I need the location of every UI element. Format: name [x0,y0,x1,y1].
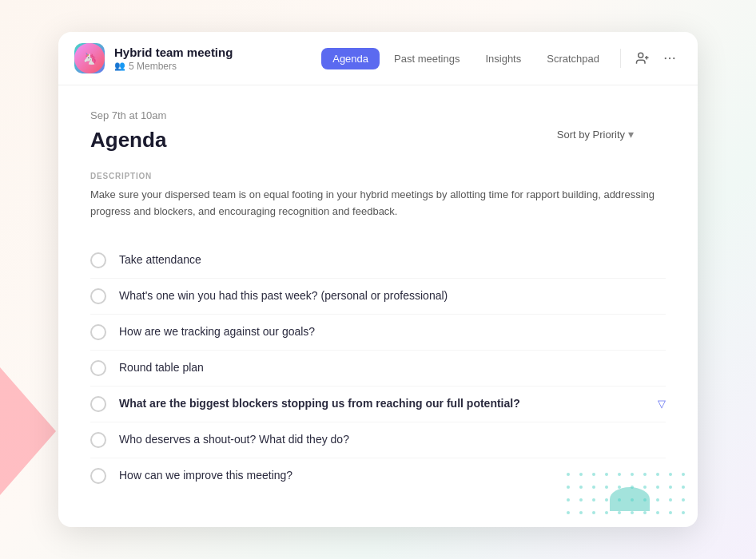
meeting-members: 👥 5 Members [114,61,321,72]
expand-icon: ▽ [658,398,666,410]
bg-triangle-decoration [0,367,56,495]
item-checkbox-6[interactable] [90,432,106,448]
description-section: DESCRIPTION Make sure your dispersed tea… [90,172,666,220]
sort-control[interactable]: Sort by Priority ▾ [557,128,634,141]
more-options-button[interactable] [658,46,682,70]
add-member-button[interactable] [631,46,655,70]
item-text-4: Round table plan [119,360,204,376]
tab-past-meetings[interactable]: Past meetings [383,48,471,69]
meeting-info: Hybrid team meeting 👥 5 Members [114,46,321,72]
meeting-title: Hybrid team meeting [114,46,321,59]
tab-scratchpad[interactable]: Scratchpad [535,48,611,69]
tab-agenda[interactable]: Agenda [321,48,380,69]
agenda-item-2[interactable]: What's one win you had this past week? (… [90,279,666,315]
svg-point-3 [665,57,666,59]
description-text: Make sure your dispersed team is on equa… [90,187,666,220]
agenda-item-7[interactable]: How can we improve this meeting? [90,458,666,494]
app-icon: 🦄 [74,43,105,73]
item-checkbox-7[interactable] [90,468,106,484]
card-header: 🦄 Hybrid team meeting 👥 5 Members Agenda… [58,32,698,85]
sort-chevron-icon: ▾ [628,128,634,141]
card-content: Sep 7th at 10am Agenda Sort by Priority … [58,85,698,525]
app-icon-face: 🦄 [74,43,105,73]
header-nav: Agenda Past meetings Insights Scratchpad [321,46,682,70]
sort-label: Sort by Priority [557,129,625,141]
item-checkbox-4[interactable] [90,360,106,376]
item-text-3: How are we tracking against our goals? [119,324,315,340]
agenda-item-3[interactable]: How are we tracking against our goals? [90,315,666,351]
description-label: DESCRIPTION [90,172,666,180]
tab-insights[interactable]: Insights [474,48,532,69]
item-text-6: Who deserves a shout-out? What did they … [119,432,349,448]
agenda-item-1[interactable]: Take attendance [90,243,666,279]
item-text-5: What are the biggest blockers stopping u… [119,396,520,412]
svg-point-5 [673,57,674,59]
item-text-2: What's one win you had this past week? (… [119,288,448,304]
item-checkbox-2[interactable] [90,288,106,304]
members-icon: 👥 [114,61,125,71]
agenda-item-5[interactable]: What are the biggest blockers stopping u… [90,387,666,422]
nav-divider [620,49,621,68]
svg-point-4 [669,57,670,59]
title-row: Agenda Sort by Priority ▾ [90,128,666,153]
main-card: 🦄 Hybrid team meeting 👥 5 Members Agenda… [58,32,698,527]
item-checkbox-5[interactable] [90,396,106,412]
agenda-item-4[interactable]: Round table plan [90,351,666,387]
date-label: Sep 7th at 10am [90,109,666,121]
item-checkbox-1[interactable] [90,252,106,268]
svg-point-0 [639,53,643,57]
members-count: 5 Members [129,61,177,72]
item-checkbox-3[interactable] [90,324,106,340]
agenda-items-list: Take attendance What's one win you had t… [90,243,666,494]
item-text-1: Take attendance [119,252,201,268]
agenda-item-6[interactable]: Who deserves a shout-out? What did they … [90,422,666,458]
item-text-7: How can we improve this meeting? [119,468,292,484]
